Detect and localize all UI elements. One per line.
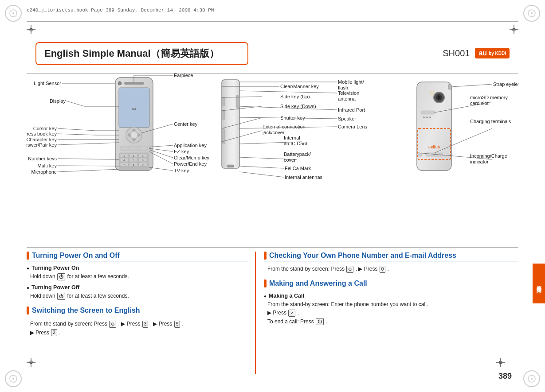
svg-rect-59 bbox=[222, 97, 225, 106]
svg-rect-69 bbox=[448, 84, 451, 89]
by-kddi-text: by KDDI bbox=[489, 51, 506, 56]
corner-tl bbox=[2, 2, 24, 24]
call-dot1: . bbox=[298, 310, 299, 316]
svg-point-2 bbox=[12, 12, 14, 14]
corner-br bbox=[521, 368, 543, 390]
turning-on-subtitle: Turning Power On bbox=[27, 265, 248, 271]
svg-text:Cursor key: Cursor key bbox=[33, 126, 57, 131]
check-mid: . ▶ Press bbox=[356, 266, 379, 272]
header-divider bbox=[27, 21, 518, 22]
svg-text:antenna: antenna bbox=[338, 96, 356, 101]
check-key1: ⊙ bbox=[346, 266, 353, 273]
file-info-text: c240_j_torisetsu.book Page 389 Sunday, D… bbox=[27, 8, 214, 13]
phone-diagram: au 1 2 3 4 5 6 7 8 9 bbox=[27, 71, 518, 244]
side-tab: 簡易英語 bbox=[533, 264, 545, 303]
corner-bl bbox=[2, 368, 24, 390]
switch-key4: 2 bbox=[51, 329, 57, 336]
svg-rect-36 bbox=[130, 146, 138, 151]
svg-line-106 bbox=[58, 159, 119, 159]
svg-text:Clear/Manner key: Clear/Manner key bbox=[280, 84, 319, 89]
call-dot2: . bbox=[325, 318, 327, 325]
section-divider bbox=[255, 252, 256, 374]
svg-text:Number keys: Number keys bbox=[28, 156, 57, 161]
svg-line-93 bbox=[58, 134, 95, 135]
svg-text:Television: Television bbox=[338, 90, 359, 96]
content-area: Turning Power On and Off Turning Power O… bbox=[27, 252, 518, 374]
turning-power-label: Turning Power On and Off bbox=[32, 252, 120, 260]
turning-on-text: Hold down ⏻ for at least a few seconds. bbox=[30, 272, 248, 281]
making-call-text: From the stand-by screen: Enter the phon… bbox=[267, 300, 518, 326]
svg-text:flash: flash bbox=[338, 85, 348, 90]
svg-rect-71 bbox=[426, 153, 443, 156]
svg-line-148 bbox=[239, 172, 284, 177]
svg-line-110 bbox=[58, 166, 119, 166]
check-text1: From the stand-by screen: Press bbox=[267, 266, 346, 272]
checking-number-text: From the stand-by screen: Press ⊙ . ▶ Pr… bbox=[267, 265, 518, 273]
svg-rect-72 bbox=[418, 153, 422, 156]
svg-text:Incoming/Charge: Incoming/Charge bbox=[470, 153, 507, 159]
svg-point-67 bbox=[438, 96, 440, 99]
svg-point-68 bbox=[430, 91, 434, 95]
turning-power-title: Turning Power On and Off bbox=[27, 252, 248, 261]
svg-text:jack/cover: jack/cover bbox=[262, 130, 285, 135]
switching-screen-text: From the stand-by screen: Press ⊙ . ▶ Pr… bbox=[30, 320, 248, 337]
svg-text:Microphone: Microphone bbox=[31, 169, 57, 175]
svg-text:Power/End key: Power/End key bbox=[174, 161, 207, 167]
check-dot: . bbox=[388, 266, 389, 272]
turning-off-subtitle: Turning Power Off bbox=[27, 284, 248, 291]
svg-text:microSD memory: microSD memory bbox=[470, 95, 508, 100]
svg-text:Clear/Memo key: Clear/Memo key bbox=[174, 155, 210, 160]
switch-dot4: . bbox=[59, 330, 60, 336]
main-title: English Simple Manual（簡易英語版） bbox=[44, 47, 219, 60]
svg-text:Internal antennas: Internal antennas bbox=[285, 175, 323, 180]
page-number: 389 bbox=[498, 372, 512, 381]
svg-line-150 bbox=[451, 84, 492, 87]
svg-text:Light Sensor: Light Sensor bbox=[34, 81, 61, 86]
switching-screen-title: Switching the Screen to English bbox=[27, 307, 248, 316]
right-content: Checking Your Own Phone Number and E-mai… bbox=[264, 252, 518, 326]
call-end-text: To end a call: Press bbox=[267, 318, 315, 325]
svg-rect-60 bbox=[222, 111, 225, 120]
svg-text:EZ key: EZ key bbox=[174, 149, 189, 154]
svg-text:Charging terminals: Charging terminals bbox=[470, 119, 511, 124]
making-call-title: Making and Answering a Call bbox=[264, 279, 518, 289]
svg-rect-25 bbox=[124, 82, 144, 85]
svg-line-90 bbox=[58, 128, 95, 131]
svg-text:Speaker: Speaker bbox=[338, 116, 356, 121]
svg-line-146 bbox=[239, 166, 284, 168]
svg-point-11 bbox=[531, 378, 533, 380]
brand-area: SH001 au by KDDI bbox=[443, 48, 510, 58]
svg-rect-37 bbox=[139, 146, 147, 151]
svg-text:Side key (Up): Side key (Up) bbox=[280, 94, 310, 99]
svg-rect-57 bbox=[119, 167, 149, 170]
svg-text:Answer/Pair key: Answer/Pair key bbox=[27, 142, 57, 147]
au-brand-badge: au by KDDI bbox=[475, 48, 510, 58]
svg-text:indicator: indicator bbox=[470, 159, 489, 164]
left-content: Turning Power On and Off Turning Power O… bbox=[27, 252, 248, 337]
switch-arrow: ▶ Press bbox=[30, 330, 51, 336]
diagram-divider bbox=[27, 247, 518, 248]
svg-text:FeliCa Mark: FeliCa Mark bbox=[285, 166, 311, 171]
svg-point-28 bbox=[118, 82, 122, 85]
corner-tr bbox=[521, 2, 543, 24]
svg-text:Center key: Center key bbox=[174, 121, 198, 127]
svg-rect-70 bbox=[421, 111, 435, 114]
svg-line-114 bbox=[149, 167, 173, 171]
svg-text:Side key (Down): Side key (Down) bbox=[280, 104, 316, 109]
power-key-off: ⏻ bbox=[57, 293, 65, 300]
svg-text:TV key: TV key bbox=[174, 168, 189, 173]
au-text: au bbox=[478, 49, 487, 57]
svg-line-131 bbox=[239, 91, 337, 93]
svg-text:Earpiece: Earpiece bbox=[174, 73, 193, 78]
svg-text:Multi key: Multi key bbox=[38, 163, 57, 168]
svg-text:Application key: Application key bbox=[174, 143, 207, 148]
switch-dot1: . ▶ Press bbox=[118, 321, 142, 327]
svg-rect-63 bbox=[227, 165, 234, 167]
svg-text:cover: cover bbox=[284, 157, 296, 163]
svg-rect-58 bbox=[222, 80, 239, 168]
making-call-subtitle: Making a Call bbox=[264, 293, 518, 299]
svg-text:Internal: Internal bbox=[284, 135, 300, 140]
switch-dot3: . bbox=[182, 321, 184, 327]
turning-off-text: Hold down ⏻ for at least a few seconds. bbox=[30, 292, 248, 300]
svg-line-85 bbox=[67, 101, 84, 106]
